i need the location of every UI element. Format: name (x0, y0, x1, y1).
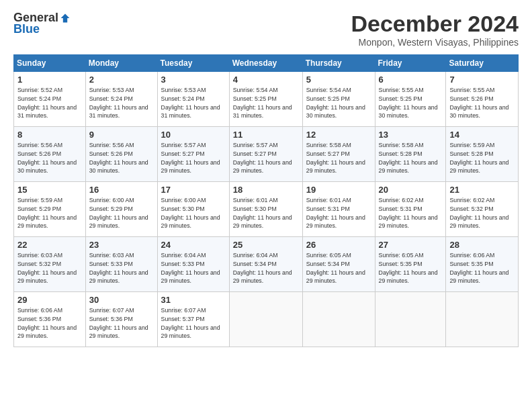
day-info: Sunrise: 5:59 AMSunset: 5:29 PMDaylight:… (17, 197, 77, 229)
weekday-header: Monday (85, 55, 157, 72)
day-number: 7 (449, 75, 515, 85)
day-info: Sunrise: 5:57 AMSunset: 5:27 PMDaylight:… (233, 142, 292, 174)
month-year: December 2024 (351, 11, 519, 37)
calendar-week-row: 15 Sunrise: 5:59 AMSunset: 5:29 PMDaylig… (14, 182, 519, 237)
logo-icon (60, 13, 71, 24)
day-info: Sunrise: 6:05 AMSunset: 5:34 PMDaylight:… (306, 252, 365, 284)
page: General Blue December 2024 Monpon, Weste… (0, 0, 532, 411)
calendar-cell: 19 Sunrise: 6:01 AMSunset: 5:31 PMDaylig… (302, 182, 375, 237)
calendar-cell: 31 Sunrise: 6:07 AMSunset: 5:37 PMDaylig… (157, 292, 229, 347)
day-number: 19 (306, 185, 371, 195)
day-number: 28 (449, 240, 515, 250)
logo: General Blue (13, 11, 71, 36)
day-number: 14 (449, 130, 515, 140)
day-number: 27 (379, 240, 443, 250)
day-info: Sunrise: 6:03 AMSunset: 5:33 PMDaylight:… (89, 252, 148, 284)
day-info: Sunrise: 6:00 AMSunset: 5:29 PMDaylight:… (89, 197, 148, 229)
day-info: Sunrise: 6:01 AMSunset: 5:31 PMDaylight:… (306, 197, 365, 229)
title-block: December 2024 Monpon, Western Visayas, P… (351, 11, 519, 48)
day-number: 31 (161, 295, 226, 305)
day-number: 25 (233, 240, 299, 250)
calendar-cell: 5 Sunrise: 5:54 AMSunset: 5:25 PMDayligh… (302, 72, 375, 127)
day-info: Sunrise: 5:54 AMSunset: 5:25 PMDaylight:… (306, 87, 365, 119)
calendar-cell: 7 Sunrise: 5:55 AMSunset: 5:26 PMDayligh… (446, 72, 519, 127)
day-number: 11 (233, 130, 299, 140)
day-info: Sunrise: 6:01 AMSunset: 5:30 PMDaylight:… (233, 197, 292, 229)
weekday-header: Saturday (446, 55, 519, 72)
day-number: 13 (379, 130, 443, 140)
day-number: 21 (449, 185, 515, 195)
day-info: Sunrise: 5:55 AMSunset: 5:26 PMDaylight:… (449, 87, 508, 119)
day-info: Sunrise: 5:54 AMSunset: 5:25 PMDaylight:… (233, 87, 292, 119)
calendar-cell: 6 Sunrise: 5:55 AMSunset: 5:25 PMDayligh… (375, 72, 446, 127)
day-number: 24 (161, 240, 226, 250)
calendar-cell: 8 Sunrise: 5:56 AMSunset: 5:26 PMDayligh… (14, 127, 86, 182)
day-info: Sunrise: 5:52 AMSunset: 5:24 PMDaylight:… (17, 87, 77, 119)
weekday-header: Thursday (302, 55, 375, 72)
day-info: Sunrise: 5:59 AMSunset: 5:28 PMDaylight:… (449, 142, 508, 174)
day-number: 29 (17, 295, 82, 305)
weekday-header: Tuesday (157, 55, 229, 72)
calendar-cell (302, 292, 375, 347)
calendar-cell: 17 Sunrise: 6:00 AMSunset: 5:30 PMDaylig… (157, 182, 229, 237)
day-number: 26 (306, 240, 371, 250)
day-info: Sunrise: 6:05 AMSunset: 5:35 PMDaylight:… (379, 252, 438, 284)
weekday-header: Friday (375, 55, 446, 72)
calendar-week-row: 22 Sunrise: 6:03 AMSunset: 5:32 PMDaylig… (14, 237, 519, 292)
day-number: 22 (17, 240, 82, 250)
calendar-cell: 2 Sunrise: 5:53 AMSunset: 5:24 PMDayligh… (85, 72, 157, 127)
calendar-week-row: 29 Sunrise: 6:06 AMSunset: 5:36 PMDaylig… (14, 292, 519, 347)
day-number: 16 (89, 185, 154, 195)
day-info: Sunrise: 5:53 AMSunset: 5:24 PMDaylight:… (161, 87, 220, 119)
calendar-cell: 11 Sunrise: 5:57 AMSunset: 5:27 PMDaylig… (229, 127, 302, 182)
day-number: 10 (161, 130, 226, 140)
day-number: 6 (379, 75, 443, 85)
day-info: Sunrise: 6:07 AMSunset: 5:37 PMDaylight:… (161, 307, 220, 339)
calendar-cell: 25 Sunrise: 6:04 AMSunset: 5:34 PMDaylig… (229, 237, 302, 292)
calendar-cell: 24 Sunrise: 6:04 AMSunset: 5:33 PMDaylig… (157, 237, 229, 292)
day-info: Sunrise: 6:02 AMSunset: 5:32 PMDaylight:… (449, 197, 508, 229)
calendar-cell: 3 Sunrise: 5:53 AMSunset: 5:24 PMDayligh… (157, 72, 229, 127)
day-info: Sunrise: 6:03 AMSunset: 5:32 PMDaylight:… (17, 252, 77, 284)
calendar-week-row: 8 Sunrise: 5:56 AMSunset: 5:26 PMDayligh… (14, 127, 519, 182)
calendar-cell (229, 292, 302, 347)
calendar-cell (375, 292, 446, 347)
calendar-cell: 12 Sunrise: 5:58 AMSunset: 5:27 PMDaylig… (302, 127, 375, 182)
calendar-cell: 29 Sunrise: 6:06 AMSunset: 5:36 PMDaylig… (14, 292, 86, 347)
day-number: 12 (306, 130, 371, 140)
day-number: 18 (233, 185, 299, 195)
day-number: 1 (17, 75, 82, 85)
calendar-cell: 28 Sunrise: 6:06 AMSunset: 5:35 PMDaylig… (446, 237, 519, 292)
calendar-cell: 4 Sunrise: 5:54 AMSunset: 5:25 PMDayligh… (229, 72, 302, 127)
calendar-cell (446, 292, 519, 347)
location: Monpon, Western Visayas, Philippines (351, 37, 519, 48)
calendar-cell: 27 Sunrise: 6:05 AMSunset: 5:35 PMDaylig… (375, 237, 446, 292)
calendar-cell: 20 Sunrise: 6:02 AMSunset: 5:31 PMDaylig… (375, 182, 446, 237)
calendar-cell: 18 Sunrise: 6:01 AMSunset: 5:30 PMDaylig… (229, 182, 302, 237)
calendar-cell: 14 Sunrise: 5:59 AMSunset: 5:28 PMDaylig… (446, 127, 519, 182)
calendar-cell: 21 Sunrise: 6:02 AMSunset: 5:32 PMDaylig… (446, 182, 519, 237)
day-info: Sunrise: 5:56 AMSunset: 5:26 PMDaylight:… (89, 142, 148, 174)
day-info: Sunrise: 6:04 AMSunset: 5:33 PMDaylight:… (161, 252, 220, 284)
weekday-header: Sunday (14, 55, 86, 72)
day-info: Sunrise: 6:02 AMSunset: 5:31 PMDaylight:… (379, 197, 438, 229)
day-info: Sunrise: 6:00 AMSunset: 5:30 PMDaylight:… (161, 197, 220, 229)
day-info: Sunrise: 5:57 AMSunset: 5:27 PMDaylight:… (161, 142, 220, 174)
day-number: 20 (379, 185, 443, 195)
calendar-cell: 30 Sunrise: 6:07 AMSunset: 5:36 PMDaylig… (85, 292, 157, 347)
day-number: 5 (306, 75, 371, 85)
day-number: 2 (89, 75, 154, 85)
calendar-cell: 13 Sunrise: 5:58 AMSunset: 5:28 PMDaylig… (375, 127, 446, 182)
calendar-header-row: SundayMondayTuesdayWednesdayThursdayFrid… (14, 55, 519, 72)
day-number: 9 (89, 130, 154, 140)
calendar: SundayMondayTuesdayWednesdayThursdayFrid… (13, 54, 519, 347)
day-info: Sunrise: 5:58 AMSunset: 5:27 PMDaylight:… (306, 142, 365, 174)
day-info: Sunrise: 5:58 AMSunset: 5:28 PMDaylight:… (379, 142, 438, 174)
day-number: 23 (89, 240, 154, 250)
calendar-cell: 9 Sunrise: 5:56 AMSunset: 5:26 PMDayligh… (85, 127, 157, 182)
day-info: Sunrise: 6:06 AMSunset: 5:35 PMDaylight:… (449, 252, 508, 284)
weekday-header: Wednesday (229, 55, 302, 72)
day-number: 17 (161, 185, 226, 195)
day-number: 30 (89, 295, 154, 305)
day-info: Sunrise: 6:06 AMSunset: 5:36 PMDaylight:… (17, 307, 77, 339)
